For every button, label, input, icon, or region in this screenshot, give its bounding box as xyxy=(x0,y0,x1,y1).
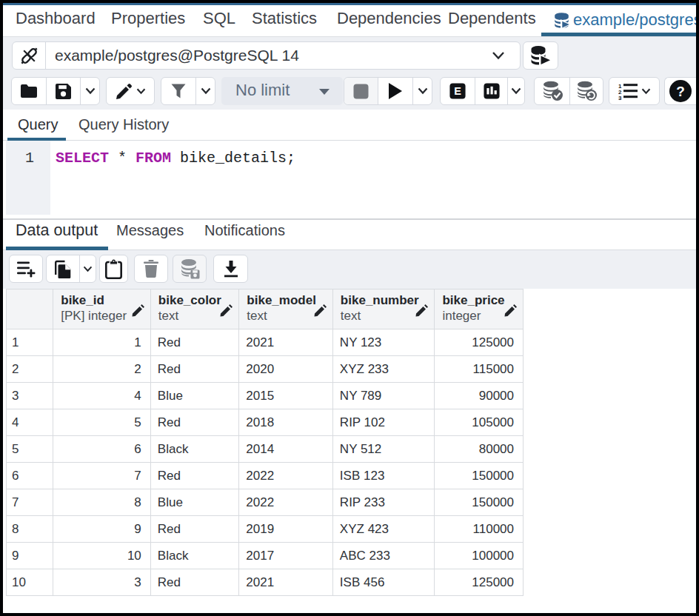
svg-text:?: ? xyxy=(676,84,685,99)
svg-text:E: E xyxy=(454,85,461,97)
svg-text:3: 3 xyxy=(618,95,622,101)
